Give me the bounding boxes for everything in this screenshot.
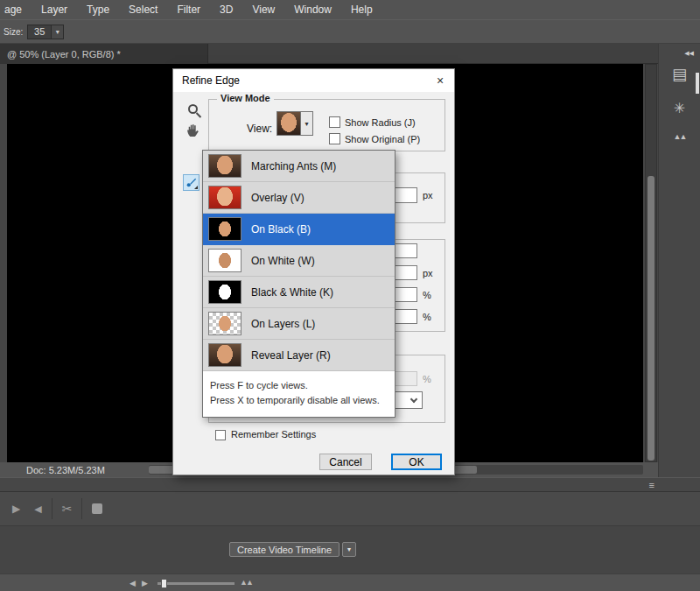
feather-unit-label: px	[423, 268, 433, 278]
vertical-scrollbar[interactable]	[645, 64, 657, 462]
timeline-zoom-slider[interactable]	[158, 582, 234, 585]
menu-help[interactable]: Help	[341, 4, 382, 16]
panel-star-icon[interactable]: ✳	[674, 100, 685, 116]
decontaminate-unit-label: %	[423, 374, 431, 384]
scissors-icon[interactable]: ✂	[62, 502, 73, 516]
menu-window[interactable]: Window	[284, 4, 341, 16]
view-option-on-layers[interactable]: On Layers (L)	[203, 308, 395, 340]
document-tab[interactable]: @ 50% (Layer 0, RGB/8) *	[0, 44, 208, 64]
timeline-header: ≡	[0, 477, 700, 492]
toolbar-divider	[52, 498, 52, 519]
timeline-body: Create Video Timeline ▾	[0, 525, 700, 573]
view-option-label: On Layers (L)	[251, 318, 315, 330]
menu-3d[interactable]: 3D	[210, 4, 242, 16]
timeline-toolbar: ▶ ◀ ✂	[0, 492, 700, 525]
view-option-marching-ants[interactable]: Marching Ants (M)	[203, 151, 395, 182]
timeline-type-dropdown-icon[interactable]: ▾	[342, 542, 356, 557]
collapse-panels-icon[interactable]: ◀◀	[684, 50, 694, 57]
on-black-thumbnail	[208, 217, 242, 241]
view-option-reveal-layer[interactable]: Reveal Layer (R)	[203, 340, 395, 371]
size-value-field[interactable]: 35	[27, 25, 52, 39]
size-dropdown-arrow-icon[interactable]: ▾	[52, 25, 64, 39]
toolbar-divider	[81, 498, 82, 519]
zoom-in-icon[interactable]: ▶	[142, 579, 148, 587]
view-option-label: Marching Ants (M)	[251, 160, 336, 172]
menu-type[interactable]: Type	[77, 4, 119, 16]
refine-brush-icon	[186, 177, 197, 188]
view-option-label: Overlay (V)	[251, 192, 304, 204]
doc-size-info: Doc: 5.23M/5.23M	[26, 465, 105, 475]
black-and-white-thumbnail	[208, 280, 242, 304]
menu-filter[interactable]: Filter	[167, 4, 210, 16]
close-icon[interactable]: ×	[430, 72, 450, 89]
hand-icon	[186, 123, 200, 137]
combo-chevron-down-icon	[410, 396, 417, 403]
previous-frame-icon[interactable]: ◀	[34, 503, 41, 515]
view-dropdown-arrow-icon: ▾	[301, 112, 312, 135]
show-radius-checkbox[interactable]	[329, 116, 340, 128]
remember-settings-label: Remember Settings	[231, 429, 316, 440]
cancel-button[interactable]: Cancel	[319, 454, 372, 470]
options-bar: Size: 35 ▾	[0, 19, 700, 44]
timeline-bottom-bar: ◀ ▶ ▲▲	[0, 573, 700, 591]
clip-icon[interactable]	[92, 503, 102, 514]
view-option-label: Reveal Layer (R)	[251, 349, 331, 362]
menu-select[interactable]: Select	[119, 4, 167, 16]
menu-view[interactable]: View	[242, 4, 284, 16]
view-list-hints: Press F to cycle views. Press X to tempo…	[203, 371, 395, 417]
shift-edge-unit-label: %	[423, 312, 431, 322]
remember-settings-checkbox[interactable]	[215, 430, 226, 440]
right-panel-dock: ◀◀ ▤ ✳ ▲▲	[658, 44, 700, 477]
menu-image[interactable]: age	[0, 4, 32, 16]
hint-cycle-views: Press F to cycle views.	[210, 378, 388, 393]
create-video-timeline-button[interactable]: Create Video Timeline	[229, 542, 340, 557]
hand-tool-button[interactable]	[186, 123, 201, 138]
on-layers-thumbnail	[208, 312, 242, 335]
show-original-checkbox[interactable]	[329, 133, 340, 144]
view-option-overlay[interactable]: Overlay (V)	[203, 182, 395, 214]
tab-bar: @ 50% (Layer 0, RGB/8) *	[0, 44, 658, 64]
view-option-label: Black & White (K)	[251, 286, 333, 299]
photoshop-window: age Layer Type Select Filter 3D View Win…	[0, 0, 700, 591]
on-white-thumbnail	[208, 249, 242, 272]
dialog-title: Refine Edge	[182, 74, 240, 87]
frame-size-icon: ▲▲	[240, 578, 252, 587]
panel-grid-icon[interactable]: ▤	[672, 65, 687, 84]
menu-layer[interactable]: Layer	[32, 4, 77, 16]
timeline-zoom-slider-thumb[interactable]	[161, 579, 167, 588]
play-icon[interactable]: ▶	[12, 503, 20, 515]
menu-bar: age Layer Type Select Filter 3D View Win…	[0, 0, 700, 19]
view-mode-dropdown-button[interactable]: ▾	[276, 111, 313, 136]
show-original-label: Show Original (P)	[345, 134, 420, 144]
view-mode-group-label: View Mode	[217, 93, 274, 103]
view-option-label: On White (W)	[251, 255, 315, 267]
panel-menu-icon[interactable]: ≡	[649, 480, 654, 490]
ok-button[interactable]: OK	[391, 454, 442, 470]
dialog-title-bar: Refine Edge	[173, 69, 454, 92]
zoom-out-icon[interactable]: ◀	[130, 579, 136, 587]
contrast-unit-label: %	[423, 290, 431, 300]
view-option-label: On Black (B)	[251, 223, 311, 236]
overlay-thumbnail	[208, 186, 242, 209]
hint-disable-views: Press X to temporarily disable all views…	[210, 393, 388, 408]
view-option-black-and-white[interactable]: Black & White (K)	[203, 277, 395, 308]
dock-scrollbar-thumb[interactable]	[696, 73, 699, 94]
refine-radius-tool-button[interactable]	[183, 174, 200, 191]
reveal-layer-thumbnail	[208, 343, 242, 367]
show-radius-label: Show Radius (J)	[345, 117, 416, 128]
radius-unit-label: px	[423, 190, 433, 201]
vertical-scrollbar-thumb[interactable]	[648, 176, 654, 461]
view-mode-open-list: Marching Ants (M) Overlay (V) On Black (…	[202, 150, 396, 418]
panel-mountains-icon[interactable]: ▲▲	[674, 132, 686, 141]
refine-edge-dialog: Refine Edge × View Mode View:	[172, 68, 455, 475]
view-label: View:	[247, 123, 272, 135]
marching-ants-thumbnail	[208, 154, 242, 178]
document-tab-title: @ 50% (Layer 0, RGB/8) *	[7, 49, 121, 60]
view-option-on-white[interactable]: On White (W)	[203, 245, 395, 277]
magnifier-handle	[196, 112, 201, 117]
size-label: Size:	[4, 27, 23, 37]
zoom-tool-button[interactable]	[188, 104, 204, 120]
view-thumbnail	[277, 112, 301, 135]
dock-icon-column: ▤ ✳ ▲▲	[659, 63, 700, 141]
view-option-on-black[interactable]: On Black (B)	[203, 214, 395, 245]
